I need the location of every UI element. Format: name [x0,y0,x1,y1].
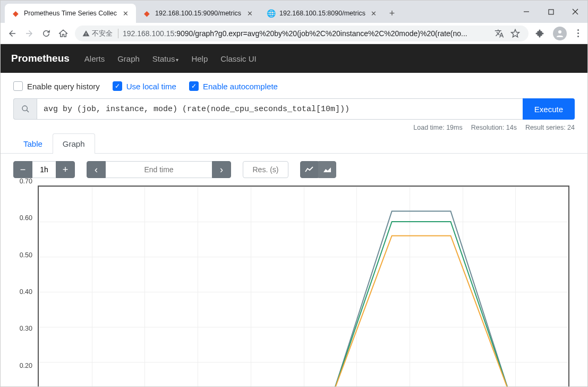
maximize-button[interactable] [539,1,563,23]
y-tick-label: 0.30 [20,325,32,332]
close-tab-icon[interactable]: ✕ [245,9,254,18]
y-tick-label: 0.40 [20,288,32,296]
address-bar[interactable]: 不安全 192.168.100.15:9090/graph?g0.expr=av… [75,26,529,41]
tab-title: Prometheus Time Series Collec [24,10,117,17]
range-decrease-button[interactable]: − [13,161,32,178]
svg-rect-1 [549,10,553,14]
y-tick-label: 0.20 [20,362,32,369]
back-button[interactable] [6,27,19,40]
extensions-icon[interactable] [534,28,546,39]
minimize-button[interactable] [514,1,539,23]
checkbox-icon [13,81,23,91]
app-header: Prometheus Alerts Graph Status▾ Help Cla… [1,44,587,73]
close-window-button[interactable] [563,1,587,23]
forward-button[interactable] [23,27,36,40]
tab-title: 192.168.100.15:8090/metrics [279,10,365,17]
tab-table[interactable]: Table [13,133,53,154]
browser-tab[interactable]: ◆ 192.168.100.15:9090/metrics ✕ [136,4,260,23]
svg-line-6 [27,110,29,112]
nav-graph[interactable]: Graph [117,54,140,63]
y-tick-label: 0.70 [20,178,32,185]
new-tab-button[interactable]: + [385,4,399,23]
nav-alerts[interactable]: Alerts [84,54,105,63]
translate-icon[interactable] [493,28,505,39]
tab-graph[interactable]: Graph [53,133,95,154]
chevron-down-icon: ▾ [176,57,178,63]
browser-toolbar: 不安全 192.168.100.15:9090/graph?g0.expr=av… [1,23,587,44]
favicon-prometheus-icon: ◆ [11,9,20,18]
not-secure-warning: 不安全 [82,29,118,38]
close-tab-icon[interactable]: ✕ [121,9,130,18]
svg-point-5 [22,106,27,111]
checkbox-checked-icon: ✓ [113,81,122,91]
search-icon [13,98,37,120]
y-tick-label: 0.60 [20,214,32,222]
close-tab-icon[interactable]: ✕ [370,9,378,18]
stat-result-series: Result series: 24 [525,124,575,131]
browser-tab[interactable]: 🌐 192.168.100.15:8090/metrics ✕ [260,4,385,23]
nav-help[interactable]: Help [191,54,208,63]
favicon-prometheus-icon: ◆ [142,9,151,18]
checkbox-local-time[interactable]: ✓ Use local time [113,81,176,91]
url-text: 192.168.100.15:9090/graph?g0.expr=avg%20… [123,29,489,38]
checkbox-query-history[interactable]: Enable query history [13,81,100,91]
profile-avatar[interactable] [553,27,567,40]
execute-button[interactable]: Execute [523,98,575,120]
query-input[interactable] [37,98,523,120]
chart: 0.200.300.400.500.600.70 [13,186,575,386]
browser-tab[interactable]: ◆ Prometheus Time Series Collec ✕ [5,4,136,23]
stat-load-time: Load time: 19ms [413,124,462,131]
endtime-input[interactable] [106,161,212,178]
range-input[interactable] [32,161,56,178]
time-prev-button[interactable]: ‹ [87,161,106,178]
brand-logo: Prometheus [11,53,70,64]
favicon-globe-icon: 🌐 [267,9,275,18]
menu-icon[interactable] [574,29,582,37]
range-increase-button[interactable]: + [56,161,75,178]
home-button[interactable] [57,27,70,40]
chart-line-mode-button[interactable] [300,161,318,178]
tab-title: 192.168.100.15:9090/metrics [155,10,241,17]
stat-resolution: Resolution: 14s [471,124,517,131]
nav-classic[interactable]: Classic UI [220,54,257,63]
chart-stacked-mode-button[interactable] [318,161,336,178]
svg-point-4 [558,30,561,33]
reload-button[interactable] [40,27,53,40]
nav-status[interactable]: Status▾ [152,54,179,63]
time-next-button[interactable]: › [212,161,231,178]
y-tick-label: 0.50 [20,251,32,259]
checkbox-checked-icon: ✓ [189,81,199,91]
checkbox-autocomplete[interactable]: ✓ Enable autocomplete [189,81,278,91]
star-icon[interactable] [509,28,521,39]
resolution-input[interactable] [243,161,288,178]
